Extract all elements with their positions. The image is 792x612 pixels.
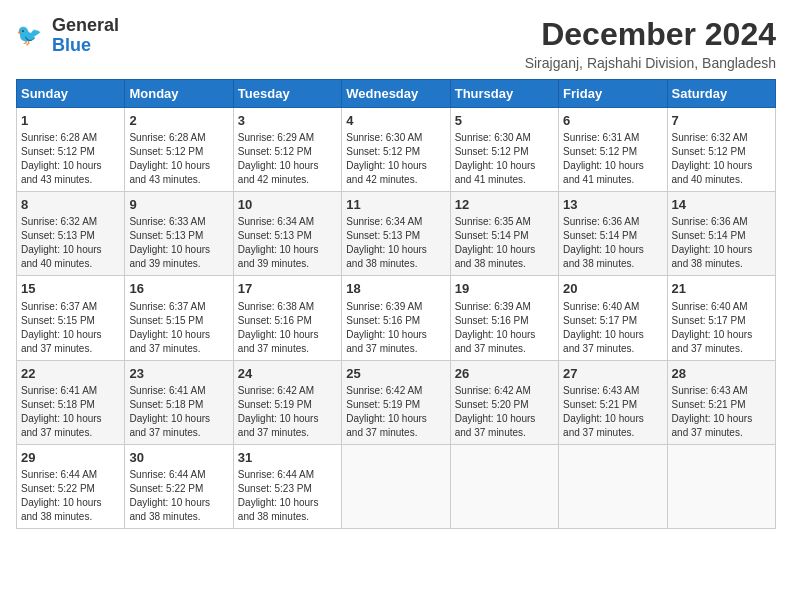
day-info: Sunrise: 6:28 AM Sunset: 5:12 PM Dayligh… bbox=[129, 131, 228, 187]
day-info: Sunrise: 6:32 AM Sunset: 5:12 PM Dayligh… bbox=[672, 131, 771, 187]
day-info: Sunrise: 6:44 AM Sunset: 5:23 PM Dayligh… bbox=[238, 468, 337, 524]
table-row bbox=[667, 444, 775, 528]
day-info: Sunrise: 6:36 AM Sunset: 5:14 PM Dayligh… bbox=[563, 215, 662, 271]
title-block: December 2024 Sirajganj, Rajshahi Divisi… bbox=[525, 16, 776, 71]
day-number: 14 bbox=[672, 196, 771, 214]
table-row: 19Sunrise: 6:39 AM Sunset: 5:16 PM Dayli… bbox=[450, 276, 558, 360]
table-row: 31Sunrise: 6:44 AM Sunset: 5:23 PM Dayli… bbox=[233, 444, 341, 528]
day-info: Sunrise: 6:33 AM Sunset: 5:13 PM Dayligh… bbox=[129, 215, 228, 271]
table-row: 20Sunrise: 6:40 AM Sunset: 5:17 PM Dayli… bbox=[559, 276, 667, 360]
table-row: 11Sunrise: 6:34 AM Sunset: 5:13 PM Dayli… bbox=[342, 192, 450, 276]
day-number: 9 bbox=[129, 196, 228, 214]
table-row: 17Sunrise: 6:38 AM Sunset: 5:16 PM Dayli… bbox=[233, 276, 341, 360]
calendar-row: 15Sunrise: 6:37 AM Sunset: 5:15 PM Dayli… bbox=[17, 276, 776, 360]
day-number: 26 bbox=[455, 365, 554, 383]
day-number: 19 bbox=[455, 280, 554, 298]
day-info: Sunrise: 6:38 AM Sunset: 5:16 PM Dayligh… bbox=[238, 300, 337, 356]
header-tuesday: Tuesday bbox=[233, 80, 341, 108]
logo-text: GeneralBlue bbox=[52, 16, 119, 56]
table-row: 18Sunrise: 6:39 AM Sunset: 5:16 PM Dayli… bbox=[342, 276, 450, 360]
table-row bbox=[450, 444, 558, 528]
day-info: Sunrise: 6:39 AM Sunset: 5:16 PM Dayligh… bbox=[346, 300, 445, 356]
day-number: 4 bbox=[346, 112, 445, 130]
day-number: 24 bbox=[238, 365, 337, 383]
table-row: 13Sunrise: 6:36 AM Sunset: 5:14 PM Dayli… bbox=[559, 192, 667, 276]
table-row: 21Sunrise: 6:40 AM Sunset: 5:17 PM Dayli… bbox=[667, 276, 775, 360]
table-row: 29Sunrise: 6:44 AM Sunset: 5:22 PM Dayli… bbox=[17, 444, 125, 528]
header-monday: Monday bbox=[125, 80, 233, 108]
header-thursday: Thursday bbox=[450, 80, 558, 108]
header-sunday: Sunday bbox=[17, 80, 125, 108]
table-row: 12Sunrise: 6:35 AM Sunset: 5:14 PM Dayli… bbox=[450, 192, 558, 276]
day-info: Sunrise: 6:31 AM Sunset: 5:12 PM Dayligh… bbox=[563, 131, 662, 187]
day-info: Sunrise: 6:34 AM Sunset: 5:13 PM Dayligh… bbox=[238, 215, 337, 271]
table-row: 27Sunrise: 6:43 AM Sunset: 5:21 PM Dayli… bbox=[559, 360, 667, 444]
day-info: Sunrise: 6:43 AM Sunset: 5:21 PM Dayligh… bbox=[672, 384, 771, 440]
day-info: Sunrise: 6:32 AM Sunset: 5:13 PM Dayligh… bbox=[21, 215, 120, 271]
day-number: 23 bbox=[129, 365, 228, 383]
day-number: 17 bbox=[238, 280, 337, 298]
day-number: 5 bbox=[455, 112, 554, 130]
day-number: 28 bbox=[672, 365, 771, 383]
day-number: 16 bbox=[129, 280, 228, 298]
table-row: 25Sunrise: 6:42 AM Sunset: 5:19 PM Dayli… bbox=[342, 360, 450, 444]
calendar-row: 29Sunrise: 6:44 AM Sunset: 5:22 PM Dayli… bbox=[17, 444, 776, 528]
table-row: 5Sunrise: 6:30 AM Sunset: 5:12 PM Daylig… bbox=[450, 108, 558, 192]
day-number: 12 bbox=[455, 196, 554, 214]
day-number: 20 bbox=[563, 280, 662, 298]
day-info: Sunrise: 6:37 AM Sunset: 5:15 PM Dayligh… bbox=[129, 300, 228, 356]
table-row: 4Sunrise: 6:30 AM Sunset: 5:12 PM Daylig… bbox=[342, 108, 450, 192]
table-row bbox=[559, 444, 667, 528]
day-info: Sunrise: 6:39 AM Sunset: 5:16 PM Dayligh… bbox=[455, 300, 554, 356]
header-wednesday: Wednesday bbox=[342, 80, 450, 108]
table-row: 16Sunrise: 6:37 AM Sunset: 5:15 PM Dayli… bbox=[125, 276, 233, 360]
logo-bird-icon: 🐦 bbox=[16, 20, 48, 52]
day-number: 7 bbox=[672, 112, 771, 130]
location: Sirajganj, Rajshahi Division, Bangladesh bbox=[525, 55, 776, 71]
day-info: Sunrise: 6:42 AM Sunset: 5:19 PM Dayligh… bbox=[238, 384, 337, 440]
day-number: 10 bbox=[238, 196, 337, 214]
day-info: Sunrise: 6:40 AM Sunset: 5:17 PM Dayligh… bbox=[672, 300, 771, 356]
day-number: 11 bbox=[346, 196, 445, 214]
day-number: 25 bbox=[346, 365, 445, 383]
day-info: Sunrise: 6:36 AM Sunset: 5:14 PM Dayligh… bbox=[672, 215, 771, 271]
day-number: 31 bbox=[238, 449, 337, 467]
day-info: Sunrise: 6:41 AM Sunset: 5:18 PM Dayligh… bbox=[129, 384, 228, 440]
day-info: Sunrise: 6:44 AM Sunset: 5:22 PM Dayligh… bbox=[129, 468, 228, 524]
table-row: 10Sunrise: 6:34 AM Sunset: 5:13 PM Dayli… bbox=[233, 192, 341, 276]
table-row: 7Sunrise: 6:32 AM Sunset: 5:12 PM Daylig… bbox=[667, 108, 775, 192]
month-title: December 2024 bbox=[525, 16, 776, 53]
day-info: Sunrise: 6:37 AM Sunset: 5:15 PM Dayligh… bbox=[21, 300, 120, 356]
table-row: 9Sunrise: 6:33 AM Sunset: 5:13 PM Daylig… bbox=[125, 192, 233, 276]
day-info: Sunrise: 6:43 AM Sunset: 5:21 PM Dayligh… bbox=[563, 384, 662, 440]
calendar-header-row: Sunday Monday Tuesday Wednesday Thursday… bbox=[17, 80, 776, 108]
calendar-row: 22Sunrise: 6:41 AM Sunset: 5:18 PM Dayli… bbox=[17, 360, 776, 444]
table-row: 14Sunrise: 6:36 AM Sunset: 5:14 PM Dayli… bbox=[667, 192, 775, 276]
calendar-row: 8Sunrise: 6:32 AM Sunset: 5:13 PM Daylig… bbox=[17, 192, 776, 276]
day-info: Sunrise: 6:35 AM Sunset: 5:14 PM Dayligh… bbox=[455, 215, 554, 271]
day-info: Sunrise: 6:41 AM Sunset: 5:18 PM Dayligh… bbox=[21, 384, 120, 440]
header-saturday: Saturday bbox=[667, 80, 775, 108]
day-number: 15 bbox=[21, 280, 120, 298]
calendar-table: Sunday Monday Tuesday Wednesday Thursday… bbox=[16, 79, 776, 529]
day-number: 18 bbox=[346, 280, 445, 298]
day-number: 6 bbox=[563, 112, 662, 130]
table-row: 8Sunrise: 6:32 AM Sunset: 5:13 PM Daylig… bbox=[17, 192, 125, 276]
table-row: 2Sunrise: 6:28 AM Sunset: 5:12 PM Daylig… bbox=[125, 108, 233, 192]
day-info: Sunrise: 6:29 AM Sunset: 5:12 PM Dayligh… bbox=[238, 131, 337, 187]
calendar-row: 1Sunrise: 6:28 AM Sunset: 5:12 PM Daylig… bbox=[17, 108, 776, 192]
page-header: 🐦 GeneralBlue December 2024 Sirajganj, R… bbox=[16, 16, 776, 71]
day-number: 27 bbox=[563, 365, 662, 383]
day-number: 29 bbox=[21, 449, 120, 467]
day-number: 8 bbox=[21, 196, 120, 214]
header-friday: Friday bbox=[559, 80, 667, 108]
table-row: 22Sunrise: 6:41 AM Sunset: 5:18 PM Dayli… bbox=[17, 360, 125, 444]
day-info: Sunrise: 6:30 AM Sunset: 5:12 PM Dayligh… bbox=[455, 131, 554, 187]
day-info: Sunrise: 6:42 AM Sunset: 5:20 PM Dayligh… bbox=[455, 384, 554, 440]
day-info: Sunrise: 6:44 AM Sunset: 5:22 PM Dayligh… bbox=[21, 468, 120, 524]
table-row: 24Sunrise: 6:42 AM Sunset: 5:19 PM Dayli… bbox=[233, 360, 341, 444]
svg-text:🐦: 🐦 bbox=[16, 22, 42, 48]
day-info: Sunrise: 6:42 AM Sunset: 5:19 PM Dayligh… bbox=[346, 384, 445, 440]
day-number: 22 bbox=[21, 365, 120, 383]
table-row: 30Sunrise: 6:44 AM Sunset: 5:22 PM Dayli… bbox=[125, 444, 233, 528]
